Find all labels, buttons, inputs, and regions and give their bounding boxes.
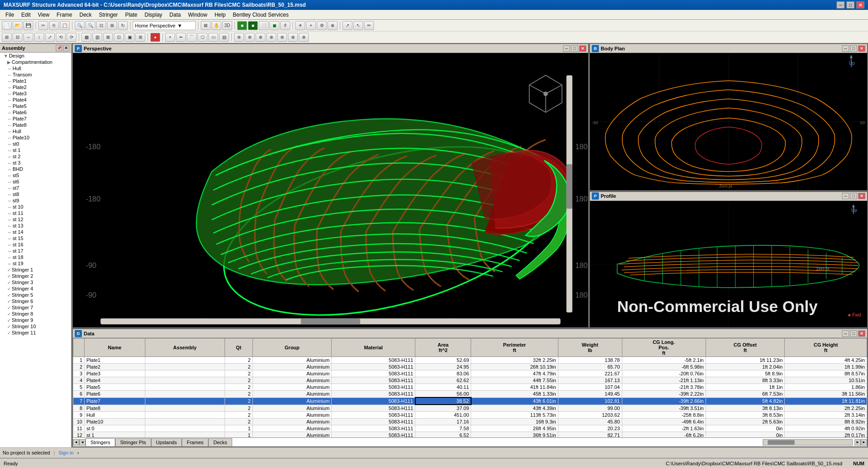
tree-plate1[interactable]: ↔ Plate1 bbox=[0, 78, 71, 84]
table-scrollbar[interactable] bbox=[763, 439, 853, 446]
body-plan-canvas[interactable]: Zero pt. -50 50 Up bbox=[590, 53, 867, 190]
light-btn[interactable]: ☀ bbox=[295, 21, 305, 30]
snap5-btn[interactable]: ⊕ bbox=[277, 33, 287, 42]
perspective-close[interactable]: ✕ bbox=[579, 45, 586, 52]
table-row[interactable]: 2Plate22Aluminium5083-H11124.9526ft 10.1… bbox=[73, 364, 867, 370]
table-row[interactable]: 7Plate72Aluminium5083-H11138.5243ft 6.01… bbox=[73, 397, 867, 405]
tree-stringer2[interactable]: ✓ Stringer 2 bbox=[0, 273, 71, 279]
tree-st16[interactable]: ↔ st 16 bbox=[0, 241, 71, 248]
tree-st12[interactable]: ↔ st 12 bbox=[0, 216, 71, 223]
table-row[interactable]: 9Hull2Aluminium5083-H111451.00113ft 5.73… bbox=[73, 412, 867, 419]
snap7-btn[interactable]: ⊕ bbox=[299, 33, 309, 42]
open-btn[interactable]: 📂 bbox=[13, 21, 22, 30]
menu-help[interactable]: Help bbox=[211, 11, 229, 19]
tree-st19[interactable]: ↔ st 19 bbox=[0, 260, 71, 267]
zoom-in-btn[interactable]: 🔍 bbox=[75, 21, 85, 30]
rotate-btn[interactable]: ↻ bbox=[118, 21, 128, 30]
plus-btn[interactable]: + bbox=[306, 21, 316, 30]
tb2-11[interactable]: ⊡ bbox=[114, 33, 124, 42]
asm-close[interactable]: ✕ bbox=[63, 45, 69, 51]
tb2-13[interactable]: ⊞ bbox=[135, 33, 145, 42]
tab-upstands[interactable]: Upstands bbox=[151, 438, 182, 446]
sign-in-link[interactable]: Sign in bbox=[58, 450, 74, 455]
body-plan-maximize[interactable]: □ bbox=[850, 45, 857, 52]
tab-frames[interactable]: Frames bbox=[182, 438, 208, 446]
tree-stringer11[interactable]: ✓ Stringer 11 bbox=[0, 330, 71, 336]
tb2-12[interactable]: ▣ bbox=[125, 33, 135, 42]
tree-hull2[interactable]: ↔ Hull bbox=[0, 128, 71, 134]
tree-plate6[interactable]: ↔ Plate6 bbox=[0, 109, 71, 116]
tree-stringer5[interactable]: ✓ Stringer 5 bbox=[0, 292, 71, 298]
tree-st6[interactable]: ↔ st6 bbox=[0, 178, 71, 185]
tree-stringer8[interactable]: ✓ Stringer 8 bbox=[0, 311, 71, 317]
snap4-btn[interactable]: ⊕ bbox=[266, 33, 276, 42]
tree-st8[interactable]: ↔ st8 bbox=[0, 191, 71, 197]
tree-stringer6[interactable]: ✓ Stringer 6 bbox=[0, 298, 71, 304]
table-row[interactable]: 1Plate12Aluminium5083-H11152.6932ft 2.25… bbox=[73, 357, 867, 364]
tree-st15[interactable]: ↔ st 15 bbox=[0, 235, 71, 241]
tree-st1[interactable]: ↔ st 1 bbox=[0, 147, 71, 153]
tb2-9[interactable]: ▥ bbox=[92, 33, 102, 42]
setting-btn[interactable]: ⚙ bbox=[317, 21, 327, 30]
tb2-8[interactable]: ▦ bbox=[81, 33, 91, 42]
tree-plate3[interactable]: ↔ Plate3 bbox=[0, 90, 71, 97]
tree-hull1[interactable]: ↔ Hull bbox=[0, 65, 71, 71]
menu-window[interactable]: Window bbox=[184, 11, 211, 19]
tree-st9[interactable]: ↔ st9 bbox=[0, 197, 71, 204]
tab-stringer-pts[interactable]: Stringer Pts bbox=[115, 438, 151, 446]
scroll-right[interactable]: ► bbox=[855, 439, 861, 446]
tree-plate5[interactable]: ↔ Plate5 bbox=[0, 103, 71, 109]
close-button[interactable]: ✕ bbox=[856, 1, 864, 9]
menu-stringer[interactable]: Stringer bbox=[95, 11, 121, 19]
tree-compartmentation[interactable]: ▶ Compartmentation bbox=[0, 59, 71, 65]
color-btn[interactable]: ◼ bbox=[270, 21, 279, 30]
tree-stringer7[interactable]: ✓ Stringer 7 bbox=[0, 304, 71, 311]
table-row[interactable]: 10Plate102Aluminium5083-H11117.1616ft 9.… bbox=[73, 419, 867, 425]
tree-stringer10[interactable]: ✓ Stringer 10 bbox=[0, 323, 71, 330]
view3d-btn[interactable]: 3D bbox=[222, 21, 232, 30]
tree-st5[interactable]: ↔ st5 bbox=[0, 172, 71, 178]
tab-stringers[interactable]: Stringers bbox=[85, 438, 115, 446]
profile-maximize[interactable]: □ bbox=[850, 193, 857, 199]
tree-plate2[interactable]: ↔ Plate2 bbox=[0, 84, 71, 90]
menu-frame[interactable]: Frame bbox=[53, 11, 76, 19]
shade-btn[interactable]: ■ bbox=[237, 21, 247, 30]
zoom-window-btn[interactable]: ⊞ bbox=[107, 21, 117, 30]
table-row[interactable]: 4Plate42Aluminium5083-H11162.6244ft 7.55… bbox=[73, 377, 867, 384]
tree-st0[interactable]: ↔ st0 bbox=[0, 141, 71, 147]
save-btn[interactable]: 💾 bbox=[23, 21, 33, 30]
perspective-maximize[interactable]: □ bbox=[571, 45, 578, 52]
tree-plate10[interactable]: ↔ Plate10 bbox=[0, 134, 71, 141]
tb2-2[interactable]: ⊟ bbox=[13, 33, 22, 42]
table-row[interactable]: 3Plate32Aluminium5083-H11183.0647ft 4.79… bbox=[73, 370, 867, 377]
tb2-10[interactable]: ⊠ bbox=[103, 33, 113, 42]
snap6-btn[interactable]: ⊕ bbox=[288, 33, 298, 42]
perspective-canvas[interactable]: -180 -90 -90 180 180 0 Yaw -90 90 180 18… bbox=[73, 53, 588, 327]
new-btn[interactable]: 📄 bbox=[2, 21, 12, 30]
menu-display[interactable]: Display bbox=[141, 11, 166, 19]
tree-st7[interactable]: ↔ st7 bbox=[0, 185, 71, 191]
line-btn[interactable]: ━ bbox=[176, 33, 186, 42]
tb2-6[interactable]: ⟲ bbox=[56, 33, 66, 42]
profile-close[interactable]: ✕ bbox=[858, 193, 865, 199]
tree-st10[interactable]: ↔ st 10 bbox=[0, 204, 71, 210]
rotate-x-btn[interactable]: ● bbox=[150, 33, 160, 42]
tree-plate8[interactable]: ↔ Plate8 bbox=[0, 122, 71, 128]
data-minimize[interactable]: ─ bbox=[842, 330, 849, 337]
fit-btn[interactable]: ⊠ bbox=[201, 21, 211, 30]
tab-decks[interactable]: Decks bbox=[208, 438, 232, 446]
table-row[interactable]: 5Plate52Aluminium5083-H11140.1141ft 11.8… bbox=[73, 384, 867, 391]
tree-transom[interactable]: ↔ Transom bbox=[0, 71, 71, 78]
snap3-btn[interactable]: ⊕ bbox=[256, 33, 265, 42]
menu-edit[interactable]: Edit bbox=[18, 11, 34, 19]
paste-btn[interactable]: 📋 bbox=[60, 21, 70, 30]
tree-bhd[interactable]: ↔ BHD bbox=[0, 166, 71, 172]
snap2-btn[interactable]: ⊕ bbox=[245, 33, 255, 42]
menu-plate[interactable]: Plate bbox=[121, 11, 141, 19]
tree-stringer4[interactable]: ✓ Stringer 4 bbox=[0, 285, 71, 292]
tree-st17[interactable]: ↔ st 17 bbox=[0, 248, 71, 254]
body-plan-minimize[interactable]: ─ bbox=[842, 45, 849, 52]
tree-stringer3[interactable]: ✓ Stringer 3 bbox=[0, 279, 71, 285]
menu-file[interactable]: File bbox=[2, 11, 18, 19]
copy-btn[interactable]: ⎘ bbox=[49, 21, 59, 30]
